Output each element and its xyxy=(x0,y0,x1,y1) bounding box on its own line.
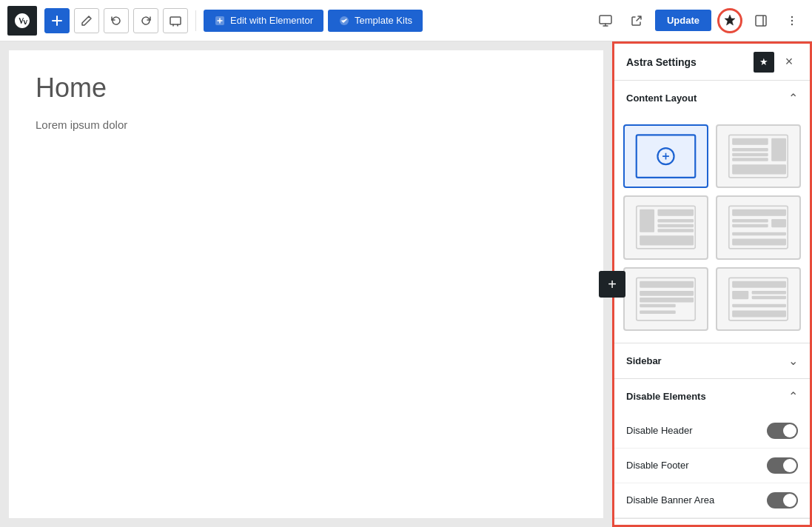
more-options-button[interactable] xyxy=(779,8,805,33)
svg-rect-3 xyxy=(600,16,611,24)
disable-footer-toggle[interactable] xyxy=(767,457,798,474)
disable-header-row: Disable Header xyxy=(614,414,810,449)
panel-header: Astra Settings ★ × xyxy=(614,44,810,81)
disable-footer-label: Disable Footer xyxy=(626,460,689,471)
content-layout-content xyxy=(614,115,810,343)
layout-option-variant-5[interactable] xyxy=(623,267,708,331)
svg-rect-18 xyxy=(732,164,786,174)
svg-rect-44 xyxy=(732,303,786,306)
edit-pencil-button[interactable] xyxy=(74,8,99,33)
panel-header-actions: ★ × xyxy=(754,52,798,73)
astra-settings-button[interactable] xyxy=(717,8,742,33)
content-layout-header[interactable]: Content Layout ⌃ xyxy=(614,81,810,115)
content-layout-section: Content Layout ⌃ xyxy=(614,81,810,343)
layout-option-left-sidebar[interactable] xyxy=(623,195,708,259)
toolbar: Edit with Elementor Template Kits Update xyxy=(0,0,812,41)
toolbar-separator-1 xyxy=(195,10,196,31)
svg-rect-29 xyxy=(732,224,768,227)
svg-rect-25 xyxy=(640,235,694,245)
disable-elements-section: Disable Elements ⌃ Disable Header Disabl… xyxy=(614,379,810,519)
update-button[interactable]: Update xyxy=(655,10,711,31)
page-title: Home xyxy=(36,73,577,104)
edit-elementor-label: Edit with Elementor xyxy=(230,15,313,26)
desktop-view-button[interactable] xyxy=(593,8,618,33)
svg-point-6 xyxy=(791,19,793,21)
redo-button[interactable] xyxy=(133,8,158,33)
svg-rect-21 xyxy=(657,209,694,216)
svg-rect-0 xyxy=(170,17,181,24)
disable-banner-area-label: Disable Banner Area xyxy=(626,494,714,506)
svg-rect-40 xyxy=(732,281,786,287)
svg-rect-38 xyxy=(640,310,676,313)
svg-rect-41 xyxy=(732,291,748,299)
layout-option-right-sidebar[interactable] xyxy=(716,124,801,188)
panel-toggle-button[interactable] xyxy=(748,8,774,33)
layout-option-variant-6[interactable] xyxy=(716,267,801,331)
external-link-button[interactable] xyxy=(624,8,649,33)
astra-settings-panel: Astra Settings ★ × Content Layout ⌃ xyxy=(612,41,812,527)
canvas: Home Lorem ipsum dolor + xyxy=(0,41,612,527)
svg-rect-14 xyxy=(732,148,768,151)
svg-rect-17 xyxy=(771,138,786,161)
layout-option-full-width[interactable] xyxy=(623,124,708,188)
svg-rect-43 xyxy=(752,295,786,298)
svg-point-5 xyxy=(791,16,793,17)
main-area: Home Lorem ipsum dolor + Astra Settings … xyxy=(0,41,812,527)
sidebar-label: Sidebar xyxy=(626,355,662,366)
add-section-button[interactable]: + xyxy=(599,271,625,298)
svg-rect-22 xyxy=(657,219,694,222)
svg-rect-15 xyxy=(732,153,768,156)
disable-banner-area-toggle[interactable] xyxy=(767,492,798,508)
svg-point-7 xyxy=(791,23,793,24)
layout-grid xyxy=(623,124,801,331)
disable-elements-header[interactable]: Disable Elements ⌃ xyxy=(614,379,810,414)
disable-elements-label: Disable Elements xyxy=(626,391,706,402)
sidebar-header[interactable]: Sidebar ⌄ xyxy=(614,343,810,378)
svg-rect-28 xyxy=(732,219,768,222)
disable-footer-row: Disable Footer xyxy=(614,449,810,483)
disable-header-toggle[interactable] xyxy=(767,423,798,439)
disable-elements-chevron-up-icon: ⌃ xyxy=(788,389,798,403)
svg-rect-27 xyxy=(732,209,786,216)
svg-rect-36 xyxy=(640,297,694,302)
svg-rect-13 xyxy=(732,138,768,145)
disable-banner-area-row: Disable Banner Area xyxy=(614,483,810,518)
svg-rect-32 xyxy=(732,239,786,246)
svg-rect-34 xyxy=(640,281,694,287)
svg-rect-30 xyxy=(771,219,786,227)
svg-rect-4 xyxy=(756,16,766,26)
svg-rect-45 xyxy=(732,310,786,317)
page-preview: Home Lorem ipsum dolor xyxy=(9,50,603,518)
template-kits-label: Template Kits xyxy=(355,15,412,26)
content-layout-chevron-up-icon: ⌃ xyxy=(788,91,798,105)
add-section-toolbar-button[interactable] xyxy=(44,8,70,33)
svg-rect-16 xyxy=(732,158,768,161)
svg-rect-37 xyxy=(640,303,676,306)
content-layout-label: Content Layout xyxy=(626,93,697,104)
edit-with-elementor-button[interactable]: Edit with Elementor xyxy=(204,10,323,32)
disable-header-label: Disable Header xyxy=(626,425,693,436)
svg-rect-24 xyxy=(657,229,694,232)
page-text: Lorem ipsum dolor xyxy=(36,118,577,131)
svg-rect-31 xyxy=(732,232,786,235)
panel-scroll[interactable]: Content Layout ⌃ xyxy=(614,81,810,525)
close-panel-button[interactable]: × xyxy=(780,53,798,71)
svg-rect-42 xyxy=(752,291,786,294)
layout-option-variant-4[interactable] xyxy=(716,195,801,259)
svg-rect-23 xyxy=(657,224,694,227)
sidebar-section: Sidebar ⌄ xyxy=(614,343,810,379)
sidebar-chevron-down-icon: ⌄ xyxy=(788,354,798,368)
responsive-button[interactable] xyxy=(163,8,188,33)
undo-button[interactable] xyxy=(104,8,129,33)
wordpress-logo[interactable] xyxy=(7,6,37,36)
template-kits-button[interactable]: Template Kits xyxy=(328,10,423,32)
panel-title: Astra Settings xyxy=(626,56,697,68)
svg-rect-35 xyxy=(640,291,694,296)
toolbar-right: Update xyxy=(593,8,805,33)
bookmark-button[interactable]: ★ xyxy=(754,52,774,73)
svg-rect-20 xyxy=(640,209,654,232)
